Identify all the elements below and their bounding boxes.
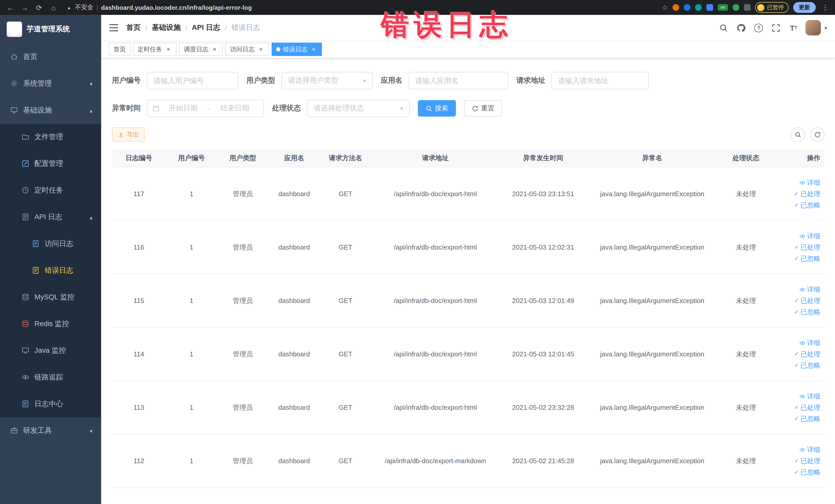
ignored-link[interactable]: ✓已忽略 [794, 361, 820, 370]
extension-icon[interactable] [707, 4, 713, 11]
ignored-link[interactable]: ✓已忽略 [794, 254, 820, 263]
extension-on-badge[interactable]: on [718, 4, 728, 11]
reset-button[interactable]: 重置 [464, 100, 502, 117]
detail-link[interactable]: 详细 [799, 391, 820, 401]
sidebar-item-api-log[interactable]: API 日志 ▴ [0, 204, 101, 230]
user-type-select[interactable]: 请选择用户类型 ▾ [281, 72, 373, 89]
address-bar[interactable]: ▲ 不安全 dashboard.yudao.iocoder.cn/infra/l… [67, 3, 252, 12]
chevron-down-icon[interactable]: ▾ [824, 25, 827, 31]
ignored-link[interactable]: ✓已忽略 [794, 201, 820, 210]
processed-link[interactable]: ✓已处理 [794, 296, 820, 305]
table-toolbar: 导出 [112, 127, 824, 142]
bookmark-star-icon[interactable]: ☆ [662, 4, 668, 11]
breadcrumb-api-log[interactable]: API 日志 [192, 23, 220, 32]
app-name-input[interactable] [409, 72, 508, 89]
field-label: 用户编号 [112, 76, 141, 85]
extension-icon[interactable] [744, 4, 751, 11]
user-id-cell: 1 [166, 190, 217, 198]
log-id-cell: 116 [112, 243, 166, 251]
clock-icon [22, 186, 30, 195]
sidebar-item-java-monitor[interactable]: Java 监控 [0, 337, 101, 364]
profile-paused-badge[interactable]: 已暂停 [755, 2, 789, 13]
sidebar-item-redis-monitor[interactable]: Redis 监控 [0, 311, 101, 337]
toggle-search-button[interactable] [791, 127, 805, 142]
detail-link[interactable]: 详细 [799, 285, 820, 294]
browser-reload-icon[interactable]: ⟳ [33, 2, 45, 13]
close-icon[interactable]: × [211, 46, 218, 53]
ignored-link[interactable]: ✓已忽略 [794, 414, 820, 423]
detail-link[interactable]: 详细 [799, 338, 820, 347]
browser-home-icon[interactable]: ⌂ [47, 2, 60, 13]
tab-schedule-log[interactable]: 调度日志 × [179, 43, 223, 56]
github-icon[interactable] [733, 15, 750, 41]
sidebar-item-label: API 日志 [34, 213, 62, 222]
processed-link[interactable]: ✓已处理 [794, 456, 820, 465]
security-label: 不安全 [75, 3, 94, 12]
sidebar-item-tracing[interactable]: 链路追踪 [0, 364, 101, 391]
sidebar-item-dev-tools[interactable]: 研发工具 ▾ [0, 418, 101, 444]
hamburger-icon[interactable] [101, 24, 126, 31]
extension-icon[interactable] [684, 4, 691, 11]
detail-link[interactable]: 详细 [799, 231, 820, 241]
eye-icon [799, 446, 806, 452]
tab-error-log[interactable]: 错误日志 × [271, 43, 322, 56]
browser-forward-icon[interactable]: → [19, 2, 31, 13]
app-name-cell: dashboard [268, 457, 320, 465]
active-tab-dot [276, 47, 280, 52]
ignored-link[interactable]: ✓已忽略 [794, 307, 820, 317]
search-icon[interactable] [715, 15, 733, 41]
processed-link[interactable]: ✓已处理 [794, 349, 820, 359]
sidebar-item-file-mgmt[interactable]: 文件管理 [0, 124, 101, 150]
sidebar-item-infrastructure[interactable]: 基础设施 ▴ [0, 97, 101, 124]
help-icon[interactable]: ? [750, 15, 768, 41]
fullscreen-icon[interactable] [768, 15, 785, 41]
breadcrumb-infrastructure[interactable]: 基础设施 [152, 23, 181, 32]
column-header: 请求方法名 [320, 153, 371, 163]
extension-icon[interactable] [695, 4, 702, 11]
eye-icon [799, 286, 806, 293]
extension-icon[interactable] [673, 4, 679, 11]
process-status-select[interactable]: 请选择处理状态 ▾ [307, 100, 410, 117]
sidebar-item-system-mgmt[interactable]: 系统管理 ▾ [0, 70, 101, 97]
sidebar-item-mysql-monitor[interactable]: MySQL 监控 [0, 284, 101, 311]
sidebar-item-home[interactable]: 首页 [0, 44, 101, 70]
breadcrumb-home[interactable]: 首页 [126, 23, 141, 32]
sidebar-item-access-log[interactable]: 访问日志 [0, 230, 101, 257]
browser-menu-icon[interactable]: ⋮ [820, 4, 830, 11]
tab-home[interactable]: 首页 [109, 43, 130, 56]
sidebar-item-label: MySQL 监控 [34, 293, 75, 302]
request-url-input[interactable] [551, 72, 649, 89]
tab-timed-task[interactable]: 定时任务 × [133, 43, 177, 56]
processed-link[interactable]: ✓已处理 [794, 189, 820, 199]
sidebar-item-error-log[interactable]: 错误日志 [0, 257, 101, 284]
refresh-icon [814, 131, 821, 138]
processed-link[interactable]: ✓已处理 [794, 243, 820, 252]
close-icon[interactable]: × [257, 46, 264, 53]
exception-time-range-picker[interactable]: 开始日期 - 结束日期 [147, 100, 264, 117]
sidebar-item-config-mgmt[interactable]: 配置管理 [0, 150, 101, 177]
close-icon[interactable]: × [165, 46, 172, 53]
chevron-down-icon: ▾ [90, 81, 93, 86]
request-url-cell: /api/infra/db-doc/export-html [371, 243, 500, 251]
user-id-input[interactable] [147, 72, 238, 89]
font-size-icon[interactable]: TT [785, 15, 802, 41]
detail-link[interactable]: 详细 [799, 178, 820, 187]
detail-link[interactable]: 详细 [799, 445, 820, 454]
browser-back-icon[interactable]: ← [4, 2, 16, 13]
export-button[interactable]: 导出 [112, 127, 145, 142]
processed-link[interactable]: ✓已处理 [794, 403, 820, 412]
tab-access-log[interactable]: 访问日志 × [225, 43, 269, 56]
sidebar-item-log-center[interactable]: 日志中心 [0, 391, 101, 418]
close-icon[interactable]: × [310, 46, 317, 53]
user-avatar[interactable] [806, 20, 821, 36]
check-icon: ✓ [794, 202, 799, 208]
select-placeholder: 请选择用户类型 [288, 76, 338, 85]
ignored-link[interactable]: ✓已忽略 [794, 467, 820, 477]
folder-icon [22, 133, 30, 141]
extension-icon[interactable] [733, 4, 739, 11]
sidebar-item-timed-task[interactable]: 定时任务 [0, 177, 101, 204]
search-button[interactable]: 搜索 [418, 100, 456, 117]
column-header: 用户类型 [217, 153, 268, 163]
refresh-table-button[interactable] [810, 127, 824, 142]
browser-update-button[interactable]: 更新 [793, 2, 816, 13]
